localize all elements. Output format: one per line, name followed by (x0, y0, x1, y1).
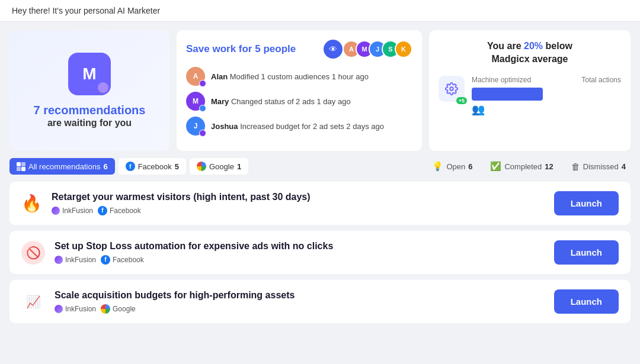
fb-platform-icon-1: f (98, 206, 107, 215)
rec-brand-tag-2: InkFusion (55, 256, 96, 264)
user-avatars-stack: A M J S K (347, 40, 412, 58)
save-work-card: Save work for 5 people 👁 A M J S K A (177, 30, 422, 151)
all-icon (17, 162, 25, 171)
activity-avatar-1: A (186, 67, 205, 86)
filter-google-label: Google (209, 162, 234, 171)
filter-google-count: 1 (237, 162, 241, 171)
rec-content-2: Set up Stop Loss automation for expensiv… (55, 241, 545, 265)
rec-platform-tag-2: f Facebook (101, 255, 144, 265)
recommendations-subtitle: are waiting for you (47, 118, 132, 128)
users-icon: 👥 (472, 103, 543, 116)
launch-button-2[interactable]: Launch (554, 240, 619, 265)
save-work-title: Save work for 5 people (186, 43, 296, 55)
filter-all-count: 6 (103, 162, 107, 171)
activity-avatar-2: M (186, 92, 205, 111)
google-icon (197, 162, 206, 171)
rec-card-2: 🚫 Set up Stop Loss automation for expens… (9, 231, 631, 274)
rec-title-1: Retarget your warmest visitors (high int… (52, 192, 545, 202)
gear-icon-wrapper: +5 (439, 76, 465, 102)
rec-icon-1: 🔥 (21, 194, 42, 213)
rec-icon-2: 🚫 (21, 241, 45, 265)
activity-text-2: Mary Changed status of 2 ads 1 day ago (211, 97, 351, 106)
activity-item-1: A Alan Modified 1 custom audiences 1 hou… (186, 67, 412, 86)
status-open-button[interactable]: 💡 Open 6 (427, 158, 477, 175)
open-count: 6 (468, 162, 472, 171)
activity-item-2: M Mary Changed status of 2 ads 1 day ago (186, 92, 412, 111)
view-icon: 👁 (324, 40, 343, 59)
stats-row: +5 Machine optimized 👥 Total actions (439, 76, 621, 116)
avatar-letter: M (82, 65, 96, 83)
top-bar: Hey there! It's your personal AI Markete… (0, 0, 640, 22)
activity-badge-1 (199, 80, 206, 87)
filter-google-button[interactable]: Google 1 (190, 158, 248, 175)
main-content: M 7 recommendations are waiting for you … (0, 22, 640, 337)
user-avatar-5: K (395, 40, 412, 58)
stats-card: You are 20% belowMadgicx average +5 Mach… (429, 30, 631, 151)
machine-label: Machine optimized (472, 76, 543, 84)
dismissed-label: Dismissed (583, 162, 619, 171)
filter-left: All recommendations 6 f Facebook 5 Googl… (9, 158, 248, 175)
avatar-badge (98, 82, 108, 93)
activity-text-3: Joshua Increased budget for 2 ad sets 2 … (211, 122, 384, 131)
svg-point-0 (450, 87, 453, 91)
activity-badge-3 (199, 130, 206, 137)
completed-count: 12 (545, 162, 553, 171)
activity-item-3: J Joshua Increased budget for 2 ad sets … (186, 117, 412, 136)
rec-tags-1: InkFusion f Facebook (52, 206, 545, 215)
check-circle-icon: ✅ (490, 161, 501, 172)
rec-card-3: 📈 Scale acquisition budgets for high-per… (9, 280, 631, 323)
rec-card-1: 🔥 Retarget your warmest visitors (high i… (9, 182, 631, 225)
filter-right: 💡 Open 6 ✅ Completed 12 🗑 Dismissed 4 (427, 158, 631, 175)
top-bar-text: Hey there! It's your personal AI Markete… (12, 6, 160, 15)
stats-total-col: Total actions (550, 76, 621, 88)
inkfusion-dot-3 (55, 305, 63, 313)
stats-machine-col: Machine optimized 👥 (472, 76, 543, 116)
stats-bar (472, 88, 543, 101)
gear-icon (445, 82, 458, 95)
fb-platform-icon-2: f (101, 255, 110, 265)
total-label: Total actions (550, 76, 621, 84)
status-completed-button[interactable]: ✅ Completed 12 (485, 158, 558, 175)
gear-badge: +5 (456, 97, 467, 104)
filter-all-button[interactable]: All recommendations 6 (9, 158, 115, 175)
rec-platform-tag-1: f Facebook (98, 206, 141, 215)
cards-row: M 7 recommendations are waiting for you … (9, 30, 631, 151)
ai-marketer-avatar: M (68, 53, 111, 95)
activity-badge-2 (199, 105, 206, 112)
google-platform-icon-3 (101, 304, 110, 314)
rec-brand-tag-3: InkFusion (55, 305, 96, 313)
rec-platform-tag-3: Google (101, 304, 136, 314)
filter-fb-label: Facebook (138, 162, 172, 171)
lightbulb-icon: 💡 (432, 161, 443, 172)
rec-brand-tag-1: InkFusion (52, 207, 93, 215)
rec-content-1: Retarget your warmest visitors (high int… (52, 192, 545, 215)
stats-title: You are 20% belowMadgicx average (439, 40, 621, 66)
rec-title-3: Scale acquisition budgets for high-perfo… (55, 290, 545, 301)
status-dismissed-button[interactable]: 🗑 Dismissed 4 (567, 159, 631, 175)
dismissed-count: 4 (622, 162, 626, 171)
inkfusion-dot-1 (52, 207, 60, 215)
rec-title-2: Set up Stop Loss automation for expensiv… (55, 241, 545, 252)
rec-tags-2: InkFusion f Facebook (55, 255, 545, 265)
rec-content-3: Scale acquisition budgets for high-perfo… (55, 290, 545, 314)
filter-all-label: All recommendations (28, 162, 100, 171)
filter-row: All recommendations 6 f Facebook 5 Googl… (9, 158, 631, 175)
activity-text-1: Alan Modified 1 custom audiences 1 hour … (211, 72, 369, 81)
launch-button-3[interactable]: Launch (554, 289, 619, 314)
launch-button-1[interactable]: Launch (554, 191, 619, 215)
recommendations-list: 🔥 Retarget your warmest visitors (high i… (9, 182, 631, 323)
inkfusion-dot-2 (55, 256, 63, 264)
rec-icon-3: 📈 (21, 290, 45, 314)
completed-label: Completed (504, 162, 542, 171)
recommendations-card: M 7 recommendations are waiting for you (9, 30, 169, 151)
filter-fb-count: 5 (175, 162, 179, 171)
save-work-header: Save work for 5 people 👁 A M J S K (186, 40, 412, 59)
facebook-icon: f (126, 162, 135, 171)
open-label: Open (446, 162, 465, 171)
activity-avatar-3: J (186, 117, 205, 136)
recommendations-count: 7 recommendations (34, 102, 146, 118)
rec-tags-3: InkFusion Google (55, 304, 545, 314)
avatars-area: 👁 A M J S K (324, 40, 412, 59)
trash-icon: 🗑 (571, 162, 580, 172)
filter-facebook-button[interactable]: f Facebook 5 (119, 158, 186, 175)
